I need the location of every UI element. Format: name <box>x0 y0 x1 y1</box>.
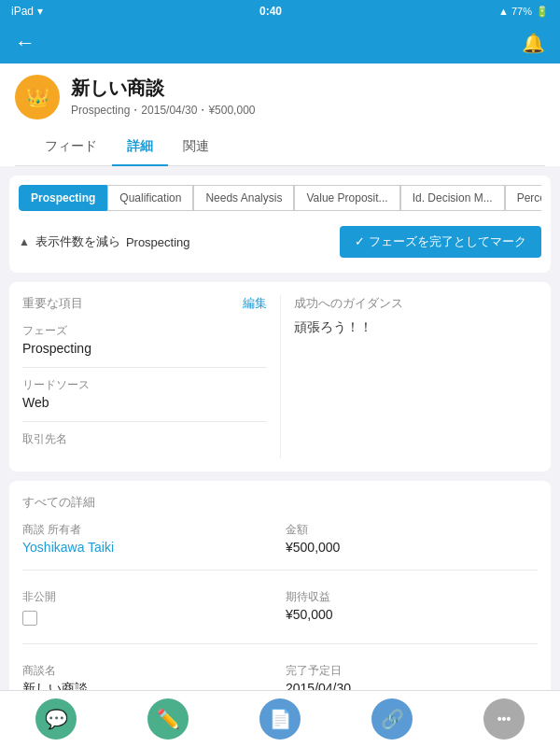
bell-icon[interactable]: 🔔 <box>522 32 545 54</box>
opportunity-title: 新しい商談 <box>71 76 255 101</box>
tab-bar: フィード 詳細 関連 <box>15 129 545 166</box>
edit-button[interactable]: ✏️ <box>147 698 189 740</box>
back-button[interactable]: ← <box>15 31 35 55</box>
edit-link[interactable]: 編集 <box>243 295 267 312</box>
header: 👑 新しい商談 Prospecting・2015/04/30・¥500,000 … <box>0 63 560 166</box>
tab-feed[interactable]: フィード <box>30 129 112 166</box>
header-info: 新しい商談 Prospecting・2015/04/30・¥500,000 <box>71 76 255 119</box>
expected-revenue-label: 期待収益 <box>286 589 538 605</box>
amount-label: 金額 <box>286 522 538 538</box>
detail-expected-revenue: 期待収益 ¥50,000 <box>286 589 538 628</box>
account-name-label: 取引先名 <box>22 431 267 447</box>
chat-icon: 💬 <box>45 708 68 730</box>
more-icon: ••• <box>497 712 511 726</box>
tab-related[interactable]: 関連 <box>168 129 224 166</box>
phase-label: フェーズ <box>22 323 267 339</box>
signal-icon: ▲ 77% <box>498 6 532 17</box>
bottom-nav: 💬 ✏️ 📄 🔗 ••• <box>0 690 560 747</box>
edit-icon: ✏️ <box>157 708 180 730</box>
collapse-label: 表示件数を減ら <box>35 233 120 250</box>
stage-id-decision[interactable]: Id. Decision M... <box>400 185 505 211</box>
field-lead-source: リードソース Web <box>22 377 267 410</box>
wifi-icon: ▾ <box>37 5 43 18</box>
status-left: iPad ▾ <box>11 5 43 18</box>
stage-value-prop[interactable]: Value Proposit... <box>294 185 399 211</box>
link-icon: 🔗 <box>381 708 404 730</box>
avatar: 👑 <box>15 75 60 120</box>
stage-qualification[interactable]: Qualification <box>107 185 193 211</box>
status-time: 0:40 <box>259 5 282 18</box>
detail-owner: 商談 所有者 Yoshikawa Taiki <box>22 522 274 555</box>
chat-button[interactable]: 💬 <box>35 698 77 740</box>
doc-button[interactable]: 📄 <box>259 698 301 740</box>
phase-current-label: Prospecting <box>126 235 190 249</box>
more-button[interactable]: ••• <box>483 698 525 740</box>
status-right: ▲ 77% 🔋 <box>498 6 549 18</box>
private-label: 非公開 <box>22 589 274 605</box>
opportunity-subtitle: Prospecting・2015/04/30・¥500,000 <box>71 103 255 119</box>
guidance-text: 頑張ろう！！ <box>294 319 539 336</box>
status-bar: iPad ▾ 0:40 ▲ 77% 🔋 <box>0 0 560 22</box>
battery-icon: 🔋 <box>536 6 549 18</box>
lead-source-value: Web <box>22 395 267 410</box>
detail-private: 非公開 <box>22 589 274 628</box>
stage-prospecting[interactable]: Prospecting <box>19 185 107 211</box>
guidance-section: 成功へのガイダンス 頑張ろう！！ <box>290 295 539 458</box>
important-title: 重要な項目 <box>22 295 83 312</box>
close-date-label: 完了予定日 <box>286 663 538 679</box>
nav-bar: ← 🔔 <box>0 22 560 63</box>
important-section: 重要な項目 編集 フェーズ Prospecting リードソース Web 取引先 <box>9 282 551 472</box>
main-area: Prospecting Qualification Needs Analysis… <box>0 166 560 747</box>
phase-value: Prospecting <box>22 341 267 356</box>
mark-complete-button[interactable]: ✓ フェーズを完了としてマーク <box>340 226 541 258</box>
private-checkbox[interactable] <box>22 611 37 626</box>
important-fields: 重要な項目 編集 フェーズ Prospecting リードソース Web 取引先 <box>22 295 281 458</box>
field-account-name: 取引先名 <box>22 431 267 447</box>
amount-value: ¥500,000 <box>286 540 538 555</box>
guidance-title: 成功へのガイダンス <box>294 295 539 312</box>
detail-amount: 金額 ¥500,000 <box>286 522 538 555</box>
expected-revenue-value: ¥50,000 <box>286 607 538 622</box>
stage-pills: Prospecting Qualification Needs Analysis… <box>19 185 541 211</box>
phase-bar: ▲ 表示件数を減ら Prospecting ✓ フェーズを完了としてマーク <box>19 220 541 263</box>
doc-icon: 📄 <box>269 708 292 730</box>
owner-label: 商談 所有者 <box>22 522 274 538</box>
avatar-icon: 👑 <box>26 86 49 108</box>
ipad-label: iPad <box>11 5 34 18</box>
lead-source-label: リードソース <box>22 377 267 393</box>
tab-detail[interactable]: 詳細 <box>112 129 168 166</box>
owner-value[interactable]: Yoshikawa Taiki <box>22 540 274 555</box>
main-content: Prospecting Qualification Needs Analysis… <box>0 166 560 747</box>
link-button[interactable]: 🔗 <box>371 698 413 740</box>
field-phase: フェーズ Prospecting <box>22 323 267 356</box>
opp-name-label: 商談名 <box>22 663 274 679</box>
stage-container: Prospecting Qualification Needs Analysis… <box>9 176 551 273</box>
collapse-button[interactable]: ▲ 表示件数を減ら Prospecting <box>19 233 190 250</box>
all-details-title: すべての詳細 <box>22 494 538 511</box>
stage-perception[interactable]: Perception An... <box>505 185 541 211</box>
stage-needs-analysis[interactable]: Needs Analysis <box>193 185 294 211</box>
collapse-arrow: ▲ <box>19 235 30 248</box>
